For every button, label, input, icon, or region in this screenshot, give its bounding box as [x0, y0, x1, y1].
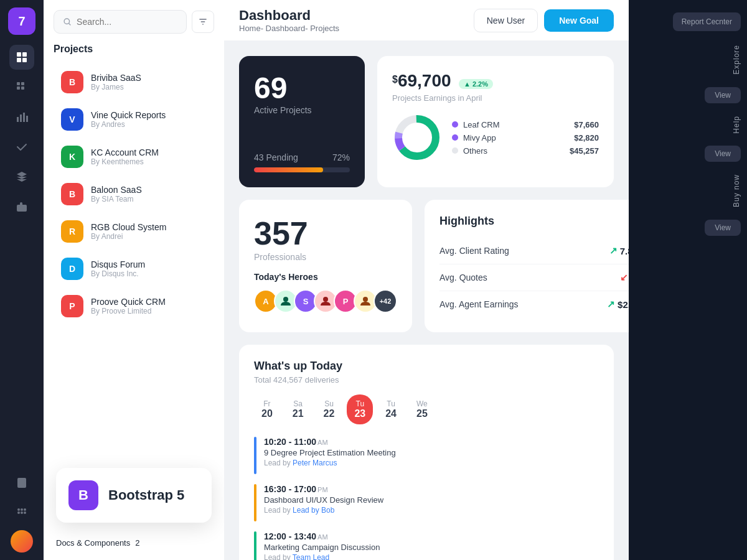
nav-dashboard-icon[interactable]	[9, 45, 34, 70]
report-center-button[interactable]: Report Cecnter	[673, 12, 741, 31]
svg-rect-1	[22, 52, 27, 57]
percent-label: 72%	[332, 152, 350, 162]
svg-point-28	[283, 297, 288, 302]
sidebar: Projects B Briviba SaaS By James V Vine …	[44, 0, 224, 560]
legend-dot	[452, 147, 458, 154]
new-goal-button[interactable]: New Goal	[544, 9, 614, 32]
svg-rect-6	[17, 86, 20, 90]
project-by-vine: By Andres	[91, 120, 207, 129]
top-bar: Dashboard Home- Dashboard- Projects New …	[224, 0, 629, 41]
project-name-vine: Vine Quick Reports	[91, 110, 207, 120]
project-name-baloon: Baloon SaaS	[91, 185, 207, 195]
event-time-0: 10:20 - 11:00AM	[264, 437, 599, 447]
project-name-rgb: RGB Cloud System	[91, 222, 207, 232]
event-bar-0	[254, 437, 256, 474]
project-by-proove: By Proove Limited	[91, 307, 207, 315]
project-item-proove[interactable]: P Proove Quick CRM By Proove Limited	[54, 289, 214, 324]
nav-apps-icon[interactable]	[9, 500, 34, 525]
cal-day-22[interactable]: Su 22	[316, 394, 342, 424]
project-item-rgb[interactable]: R RGB Cloud System By Andrei	[54, 214, 214, 249]
heroes-avatars: ASP+42	[254, 289, 397, 313]
filter-button[interactable]	[192, 11, 214, 33]
search-input[interactable]	[77, 17, 177, 27]
top-actions: New User New Goal	[474, 9, 614, 32]
project-by-rgb: By Andrei	[91, 232, 207, 241]
progress-bar	[254, 167, 350, 172]
project-item-baloon[interactable]: B Baloon SaaS By SIA Team	[54, 177, 214, 212]
nav-grid-icon[interactable]	[9, 75, 34, 100]
earnings-label: Projects Earnings in April	[392, 93, 599, 103]
prof-label: Professionals	[254, 252, 397, 262]
legend-item-leaf-crm: Leaf CRM $7,660	[452, 120, 599, 129]
svg-point-21	[24, 511, 26, 514]
docs-count: 2	[135, 538, 139, 548]
active-projects-card: 69 Active Projects 43 Pending 72%	[239, 56, 365, 187]
search-icon	[63, 17, 72, 27]
help-tab[interactable]: Help	[726, 107, 747, 142]
nav-check-icon[interactable]	[9, 134, 34, 159]
buy-now-tab[interactable]: Buy now	[726, 166, 747, 216]
cal-day-25[interactable]: We 25	[409, 394, 435, 424]
cal-day-21[interactable]: Sa 21	[285, 394, 311, 424]
view-button-3[interactable]: View	[705, 220, 741, 236]
project-item-vine[interactable]: V Vine Quick Reports By Andres	[54, 102, 214, 137]
search-bar[interactable]	[54, 10, 187, 34]
svg-rect-10	[23, 113, 25, 122]
nav-briefcase-icon[interactable]	[9, 194, 34, 219]
cal-day-23[interactable]: Tu 23	[347, 394, 373, 424]
project-icon-vine: V	[61, 108, 83, 131]
project-icon-baloon: B	[61, 183, 83, 205]
project-by-briviba: By James	[91, 83, 207, 91]
svg-rect-11	[26, 116, 28, 122]
nav-layers-icon[interactable]	[9, 164, 34, 189]
svg-rect-0	[17, 52, 21, 57]
page-title: Dashboard	[239, 7, 339, 24]
svg-point-19	[17, 511, 20, 514]
svg-line-23	[69, 23, 70, 24]
earnings-chart-row: Leaf CRM $7,660 Mivy App $2,820 Others $…	[392, 113, 599, 162]
new-user-button[interactable]: New User	[474, 9, 538, 32]
heroes-label: Today's Heroes	[254, 272, 397, 282]
earnings-dollar: $	[392, 74, 398, 85]
view-button-1[interactable]: View	[705, 87, 741, 103]
nav-note-icon[interactable]	[9, 470, 34, 495]
svg-rect-4	[17, 82, 20, 85]
earnings-legend: Leaf CRM $7,660 Mivy App $2,820 Others $…	[452, 120, 599, 156]
user-badge[interactable]: 7	[8, 7, 35, 35]
project-list: B Briviba SaaS By James V Vine Quick Rep…	[54, 65, 214, 324]
nav-user-avatar[interactable]	[11, 530, 33, 553]
legend-dot	[452, 121, 458, 128]
svg-rect-5	[21, 82, 24, 85]
highlights-card: Highlights Avg. Client Rating ↗7.810 Avg…	[425, 200, 629, 332]
main-content: Dashboard Home- Dashboard- Projects New …	[224, 0, 629, 560]
explore-tab[interactable]: Explore	[726, 36, 747, 83]
prof-count: 357	[254, 215, 397, 252]
project-item-briviba[interactable]: B Briviba SaaS By James	[54, 65, 214, 100]
svg-point-20	[21, 511, 23, 514]
event-bar-2	[254, 531, 256, 560]
docs-bar[interactable]: Docs & Components 2	[56, 538, 212, 548]
bootstrap-card: B Bootstrap 5	[56, 468, 212, 523]
project-by-disqus: By Disqus Inc.	[91, 269, 207, 278]
breadcrumb: Home- Dashboard- Projects	[239, 24, 339, 33]
right-panel: Report Cecnter Explore View Help View Bu…	[629, 0, 747, 560]
nav-chart-icon[interactable]	[9, 105, 34, 129]
cal-day-20[interactable]: Fr 20	[254, 394, 280, 424]
event-item-2: 12:00 - 13:40AM Marketing Campaign Discu…	[254, 531, 599, 560]
highlights-title: Highlights	[439, 215, 629, 228]
project-item-kc[interactable]: K KC Account CRM By Keenthemes	[54, 139, 214, 174]
project-by-baloon: By SIA Team	[91, 195, 207, 203]
project-by-kc: By Keenthemes	[91, 157, 207, 166]
cal-day-24[interactable]: Tu 24	[378, 394, 404, 424]
svg-rect-7	[21, 86, 24, 90]
event-time-2: 12:00 - 13:40AM	[264, 531, 599, 541]
project-name-proove: Proove Quick CRM	[91, 297, 207, 307]
event-lead-0: Lead by Peter Marcus	[264, 459, 599, 467]
pending-label: 43 Pending	[254, 152, 298, 162]
svg-rect-2	[17, 58, 21, 62]
project-item-disqus[interactable]: D Disqus Forum By Disqus Inc.	[54, 251, 214, 286]
legend-dot	[452, 134, 458, 141]
project-icon-disqus: D	[61, 258, 83, 280]
view-button-2[interactable]: View	[705, 146, 741, 162]
svg-rect-13	[17, 478, 26, 488]
